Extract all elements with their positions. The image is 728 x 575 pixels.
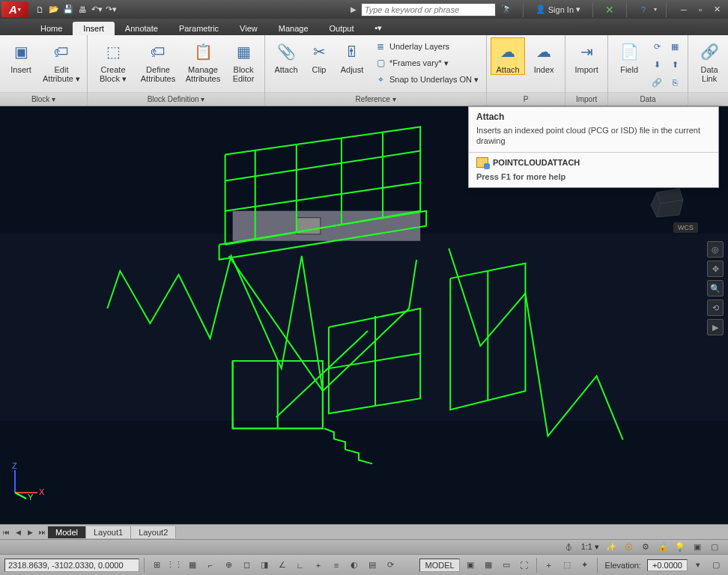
manage-attributes-button[interactable]: 📋 Manage Attributes <box>182 38 224 83</box>
tab-manage[interactable]: Manage <box>268 22 319 35</box>
upload-icon[interactable]: ⬆ <box>667 56 683 73</box>
units-icon[interactable]: ⬚ <box>559 558 574 573</box>
data-link-button[interactable]: 🔗 Data Link <box>693 38 726 83</box>
panel-pc-title[interactable]: P <box>487 92 565 106</box>
pointcloud-attach-button[interactable]: ☁ Attach <box>491 38 524 74</box>
download-icon[interactable]: ⬇ <box>649 56 665 73</box>
tab-layout2[interactable]: Layout2 <box>131 526 176 538</box>
object-snap-icon[interactable]: ◻ <box>239 558 254 573</box>
object-track-icon[interactable]: ∠ <box>275 558 290 573</box>
tab-next-icon[interactable]: ▶ <box>24 529 36 536</box>
attach-ref-button[interactable]: 📎 Attach <box>270 38 303 74</box>
tab-output[interactable]: Output <box>319 22 365 35</box>
app-logo[interactable]: A <box>1 1 28 17</box>
ortho-mode-icon[interactable]: ⌐ <box>203 558 218 573</box>
undo-icon[interactable]: ↶▾ <box>90 3 103 16</box>
redo-icon[interactable]: ↷▾ <box>104 3 118 16</box>
orbit-icon[interactable]: ⟲ <box>707 299 724 316</box>
panel-block-title[interactable]: Block ▾ <box>0 92 87 106</box>
panel-data-title[interactable]: Data <box>608 92 688 106</box>
isolate-icon[interactable]: ▣ <box>690 541 705 554</box>
dynamic-input-icon[interactable]: + <box>311 558 326 573</box>
panel-blockdef-title[interactable]: Block Definition ▾ <box>88 92 264 106</box>
gizmo-icon[interactable]: ✦ <box>577 558 592 573</box>
tab-first-icon[interactable]: ⏮ <box>0 529 12 536</box>
define-attributes-button[interactable]: 🏷 Define Attributes <box>137 38 179 83</box>
hardware-accel-icon[interactable]: 💡 <box>673 541 688 554</box>
toolbar-lock-icon[interactable]: 🔒 <box>655 541 670 554</box>
binoculars-icon[interactable]: 🔭 <box>499 3 514 16</box>
panel-import-title[interactable]: Import <box>565 92 607 106</box>
field-button[interactable]: 📄 Field <box>613 38 646 74</box>
search-play-icon[interactable]: ▶ <box>351 5 357 13</box>
block-editor-button[interactable]: ▦ Block Editor <box>227 38 260 83</box>
frames-button[interactable]: ▢ *Frames vary* ▾ <box>371 55 482 71</box>
extract-icon[interactable]: ⎘ <box>667 74 683 91</box>
pointcloud-index-button[interactable]: ☁ Index <box>527 38 560 74</box>
transparency-icon[interactable]: ◐ <box>347 558 362 573</box>
layout-icon[interactable]: ▭ <box>499 558 514 573</box>
tab-parametric[interactable]: Parametric <box>169 22 229 35</box>
grid-display-icon[interactable]: ▦ <box>185 558 200 573</box>
customization-icon[interactable]: ▢ <box>709 558 724 573</box>
adjust-button[interactable]: 🎚 Adjust <box>336 38 368 74</box>
exchange-icon[interactable]: ✕ <box>602 3 617 16</box>
snap-mode-icon[interactable]: ⋮⋮ <box>167 558 182 573</box>
annotation-monitor-icon[interactable]: + <box>542 558 556 573</box>
new-icon[interactable]: 🗋 <box>33 3 46 16</box>
model-space-button[interactable]: MODEL <box>419 559 459 572</box>
elevation-value[interactable]: +0.0000 <box>647 559 688 571</box>
infer-constraints-icon[interactable]: ⊞ <box>149 558 164 573</box>
snap-underlays-button[interactable]: ⌖ Snap to Underlays ON ▾ <box>371 71 482 88</box>
tab-home[interactable]: Home <box>30 22 73 35</box>
tab-last-icon[interactable]: ⏭ <box>36 529 48 536</box>
tab-prev-icon[interactable]: ◀ <box>12 529 24 536</box>
3d-osnap-icon[interactable]: ◨ <box>257 558 272 573</box>
panel-link-title[interactable] <box>688 92 728 106</box>
create-block-button[interactable]: ⬚ Create Block ▾ <box>92 38 134 83</box>
anno-auto-icon[interactable]: ⦿ <box>621 541 636 554</box>
search-input[interactable] <box>361 3 496 16</box>
insert-block-button[interactable]: ▣ Insert <box>4 38 37 74</box>
polar-tracking-icon[interactable]: ⊕ <box>221 558 236 573</box>
lineweight-icon[interactable]: ≡ <box>329 558 344 573</box>
ducs-icon[interactable]: ∟ <box>293 558 308 573</box>
edit-attribute-button[interactable]: 🏷 Edit Attribute ▾ <box>40 38 82 83</box>
clip-button[interactable]: ✂ Clip <box>306 38 333 74</box>
tab-view[interactable]: View <box>229 22 268 35</box>
workspace-icon[interactable]: ⚙ <box>638 541 653 554</box>
maximize-viewport-icon[interactable]: ⛶ <box>517 558 532 573</box>
zoom-icon[interactable]: 🔍 <box>707 280 724 296</box>
coordinates-readout[interactable]: 2318.8639, -3102.0330, 0.0000 <box>4 559 139 572</box>
close-button[interactable]: ✕ <box>709 3 725 16</box>
selection-cycling-icon[interactable]: ⟳ <box>383 558 398 573</box>
help-chevron-icon[interactable]: ▾ <box>654 6 657 13</box>
filter-icon[interactable]: ▾ <box>691 558 706 573</box>
update-fields-icon[interactable]: ⟳ <box>649 38 665 55</box>
steering-wheel-icon[interactable]: ◎ <box>707 241 724 258</box>
import-button[interactable]: ⇥ Import <box>570 38 603 74</box>
print-icon[interactable]: 🖶 <box>76 3 89 16</box>
quick-view-drawings-icon[interactable]: ▦ <box>481 558 496 573</box>
minimize-button[interactable]: ─ <box>676 3 692 16</box>
quick-view-layouts-icon[interactable]: ▣ <box>463 558 478 573</box>
tab-insert[interactable]: Insert <box>73 22 115 35</box>
maximize-button[interactable]: ▫ <box>692 3 709 16</box>
tab-layout1[interactable]: Layout1 <box>86 526 131 538</box>
quick-props-icon[interactable]: ▤ <box>365 558 380 573</box>
anno-scale-icon[interactable]: ⦽ <box>562 541 577 554</box>
underlay-layers-button[interactable]: ≣ Underlay Layers <box>371 38 482 55</box>
pan-icon[interactable]: ✥ <box>707 261 724 277</box>
help-icon[interactable]: ? <box>636 3 651 16</box>
panel-reference-title[interactable]: Reference ▾ <box>265 92 486 106</box>
tab-annotate[interactable]: Annotate <box>115 22 169 35</box>
showmotion-icon[interactable]: ▶ <box>707 319 724 335</box>
signin-button[interactable]: 👤 Sign In ▾ <box>533 4 583 14</box>
open-icon[interactable]: 📂 <box>47 3 61 16</box>
ucs-gizmo[interactable]: X Z Y <box>7 463 45 502</box>
tab-addons[interactable]: ▪▾ <box>365 21 393 35</box>
ole-icon[interactable]: ▦ <box>667 38 683 55</box>
anno-scale-text[interactable]: 1:1 ▾ <box>579 542 601 552</box>
tab-model[interactable]: Model <box>48 526 86 538</box>
save-icon[interactable]: 💾 <box>61 3 75 16</box>
